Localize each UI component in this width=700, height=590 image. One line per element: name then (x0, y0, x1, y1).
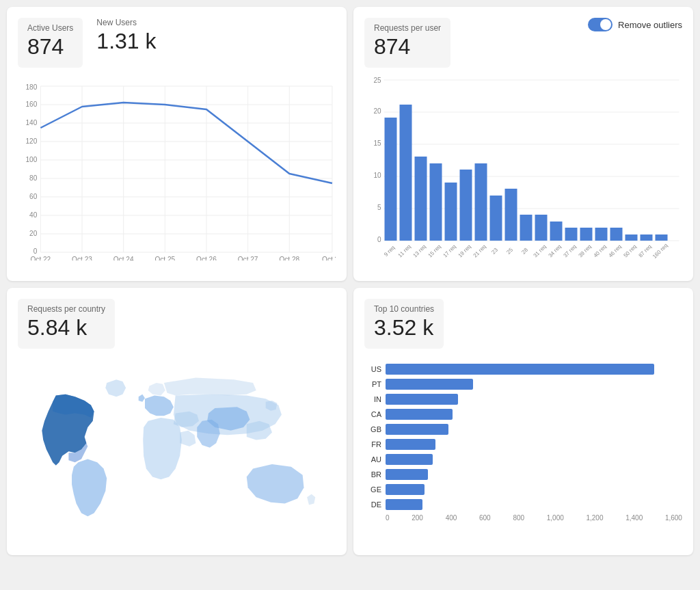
country-row: CA (364, 409, 682, 420)
country-x-label: 1,600 (665, 514, 682, 522)
toggle-row: Remove outliers (588, 18, 682, 31)
country-row: GB (364, 424, 682, 435)
svg-text:25: 25 (373, 77, 381, 84)
svg-rect-63 (610, 228, 623, 241)
svg-text:Oct 25: Oct 25 (154, 256, 175, 260)
svg-text:40: 40 (29, 211, 38, 219)
country-code-label: US (364, 365, 381, 373)
svg-text:100: 100 (25, 156, 37, 163)
svg-text:25: 25 (505, 247, 514, 256)
metrics-row: Active Users 874 New Users 1.31 k (18, 18, 336, 76)
requests-per-user-value: 874 (374, 34, 441, 59)
country-row: FR (364, 439, 682, 450)
svg-rect-59 (550, 222, 563, 241)
svg-text:13 req: 13 req (412, 243, 427, 258)
svg-rect-62 (595, 228, 608, 241)
svg-text:Oct 29: Oct 29 (322, 256, 336, 260)
top-10-countries-box: Top 10 countries 3.52 k (364, 299, 444, 349)
svg-rect-61 (580, 228, 593, 241)
country-x-label: 0 (386, 514, 390, 522)
svg-text:15 req: 15 req (427, 243, 442, 258)
country-x-label: 1,400 (625, 514, 643, 522)
svg-text:50 req: 50 req (623, 243, 638, 258)
svg-text:9 req: 9 req (383, 245, 396, 258)
country-row: BR (364, 469, 682, 480)
svg-text:34 req: 34 req (548, 243, 563, 258)
svg-text:17 req: 17 req (442, 243, 457, 258)
svg-text:Oct 24: Oct 24 (113, 256, 134, 260)
country-x-label: 1,200 (586, 514, 603, 522)
svg-rect-53 (460, 170, 472, 241)
svg-rect-56 (505, 189, 517, 241)
requests-per-country-label: Requests per country (27, 304, 105, 314)
country-code-label: PT (364, 380, 381, 388)
svg-text:160: 160 (25, 100, 37, 108)
svg-rect-54 (475, 163, 487, 241)
requests-per-user-box: Requests per user 874 (364, 18, 450, 68)
svg-rect-51 (430, 163, 442, 241)
country-bar-wrap (386, 364, 682, 375)
svg-text:46 req: 46 req (608, 243, 623, 258)
bar-chart-container: 0 5 10 15 20 25 (364, 76, 682, 270)
svg-text:Oct 23: Oct 23 (72, 256, 92, 260)
country-bar-wrap (386, 439, 682, 450)
country-bar (386, 379, 473, 390)
country-bar-wrap (386, 379, 682, 390)
country-bar (386, 499, 422, 510)
remove-outliers-toggle[interactable] (588, 18, 612, 31)
country-x-label: 1,000 (547, 514, 564, 522)
svg-text:39 req: 39 req (578, 243, 593, 258)
country-bar (386, 409, 453, 420)
country-row: GE (364, 484, 682, 495)
svg-text:120: 120 (25, 137, 37, 145)
svg-rect-55 (490, 196, 502, 241)
svg-text:80: 80 (29, 174, 38, 182)
country-bar-wrap (386, 394, 682, 405)
svg-rect-48 (385, 118, 397, 241)
country-code-label: GE (364, 485, 381, 494)
svg-rect-50 (415, 157, 427, 241)
active-users-value: 874 (27, 34, 73, 59)
top-10-countries-value: 3.52 k (374, 315, 434, 340)
country-bar (386, 439, 435, 450)
svg-text:10: 10 (373, 172, 381, 179)
svg-text:23: 23 (490, 247, 499, 256)
country-code-label: BR (364, 470, 381, 479)
new-users-label: New Users (96, 18, 156, 27)
country-bar-wrap (386, 484, 682, 495)
country-bar-wrap (386, 454, 682, 465)
svg-text:87 req: 87 req (638, 243, 653, 258)
svg-rect-57 (520, 215, 533, 241)
svg-text:140: 140 (25, 119, 37, 126)
country-code-label: GB (364, 425, 381, 433)
svg-text:Oct 26: Oct 26 (196, 256, 217, 260)
requests-per-user-panel: Requests per user 874 Remove outliers 0 … (353, 7, 693, 281)
svg-rect-65 (641, 234, 653, 241)
country-bar (386, 454, 433, 465)
svg-text:15: 15 (373, 139, 381, 147)
country-row: AU (364, 454, 682, 465)
svg-text:11 req: 11 req (397, 243, 412, 258)
svg-text:Oct 27: Oct 27 (238, 256, 258, 260)
new-users-section: New Users 1.31 k (96, 18, 156, 76)
country-bar-wrap (386, 409, 682, 420)
country-row: DE (364, 499, 682, 510)
country-x-label: 200 (412, 514, 423, 522)
dashboard: Active Users 874 New Users 1.31 k 0 20 4… (7, 7, 693, 555)
country-bar (386, 484, 425, 495)
active-users-box: Active Users 874 (18, 18, 83, 68)
top-10-countries-label: Top 10 countries (374, 304, 434, 314)
country-code-label: CA (364, 410, 381, 418)
svg-text:20: 20 (373, 107, 381, 115)
country-bar-wrap (386, 424, 682, 435)
line-chart-svg: 0 20 40 60 80 100 120 140 160 180 (18, 83, 336, 260)
country-row: IN (364, 394, 682, 405)
svg-text:Oct 22: Oct 22 (30, 256, 51, 260)
country-row: US (364, 364, 682, 375)
country-code-label: IN (364, 395, 381, 403)
country-bar (386, 364, 654, 375)
svg-text:40 req: 40 req (593, 243, 608, 258)
active-users-label: Active Users (27, 23, 73, 33)
world-map-svg (18, 364, 336, 541)
svg-rect-58 (535, 215, 548, 241)
